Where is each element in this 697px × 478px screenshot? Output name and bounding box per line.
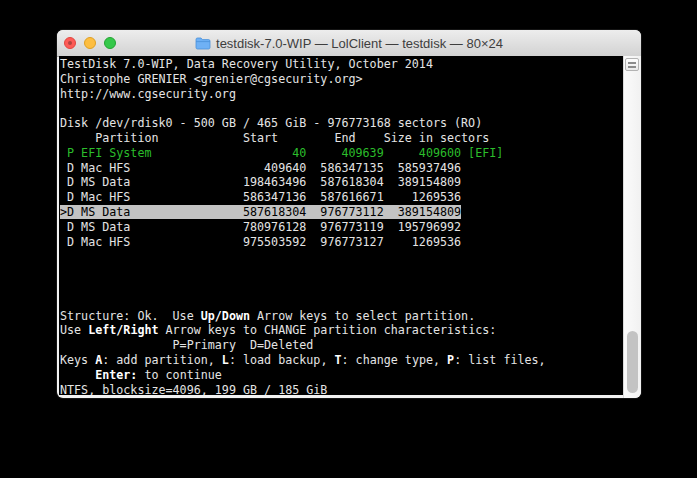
terminal-line: Enter: to continue (60, 368, 623, 383)
partition-row-efi-system[interactable]: P EFI System 40 409639 409600 [EFI] (60, 146, 623, 161)
titlebar[interactable]: testdisk-7.0-WIP — LolClient — testdisk … (57, 30, 641, 57)
terminal-line (60, 294, 623, 309)
terminal-text-segment: Partition Start End Size in sectors (60, 131, 489, 145)
terminal-text-segment: Arrow keys to select partition. (250, 309, 475, 323)
terminal-text-segment: Left/Right (88, 323, 158, 337)
terminal-text-segment: D MS Data 198463496 587618304 389154809 (60, 175, 461, 189)
terminal-text-segment: : list files, (454, 353, 545, 367)
terminal-screen-text: TestDisk 7.0-WIP, Data Recovery Utility,… (59, 56, 623, 395)
terminal-text-segment: Up/Down (201, 309, 250, 323)
terminal-text-segment: T (334, 353, 341, 367)
terminal-text-segment: D MS Data 780976128 976773119 195796992 (60, 220, 461, 234)
terminal-line (60, 279, 623, 294)
terminal-line: Disk /dev/rdisk0 - 500 GB / 465 GiB - 97… (60, 116, 623, 131)
terminal-text-segment: P EFI System 40 409639 409600 [EFI] (60, 146, 503, 160)
terminal-line: Christophe GRENIER <grenier@cgsecurity.o… (60, 72, 623, 87)
terminal-text-segment: TestDisk 7.0-WIP, Data Recovery Utility,… (60, 57, 433, 71)
terminal-text-segment: D Mac HFS 409640 586347135 585937496 (60, 161, 461, 175)
terminal-text-segment: D Mac HFS 586347136 587616671 1269536 (60, 190, 461, 204)
terminal-line: Keys A: add partition, L: load backup, T… (60, 353, 623, 368)
terminal-text-segment: Keys (60, 353, 95, 367)
partition-row-mac-hfs-2[interactable]: D Mac HFS 586347136 587616671 1269536 (60, 190, 623, 205)
status-line-ntfs: NTFS, blocksize=4096, 199 GB / 185 GiB (60, 383, 623, 395)
window-title: testdisk-7.0-WIP — LolClient — testdisk … (216, 36, 503, 51)
terminal-text-segment: NTFS, blocksize=4096, 199 GB / 185 GiB (60, 383, 327, 395)
split-pane-icon (628, 66, 636, 68)
terminal-line (60, 101, 623, 116)
partition-row-ms-data-3[interactable]: D MS Data 780976128 976773119 195796992 (60, 220, 623, 235)
split-pane-icon (628, 62, 636, 64)
terminal-text-segment: : change type, (342, 353, 448, 367)
terminal-text-segment: Disk /dev/rdisk0 - 500 GB / 465 GiB - 97… (60, 116, 482, 130)
scrollbar-thumb[interactable] (627, 331, 638, 393)
terminal-line: TestDisk 7.0-WIP, Data Recovery Utility,… (60, 57, 623, 72)
traffic-lights (64, 30, 116, 56)
selected-partition-text: >D MS Data 587618304 976773112 389154809 (60, 205, 461, 219)
terminal-text-segment: http://www.cgsecurity.org (60, 87, 236, 101)
close-button[interactable] (64, 37, 76, 49)
partition-row-mac-hfs-3[interactable]: D Mac HFS 975503592 976773127 1269536 (60, 235, 623, 250)
terminal-window: testdisk-7.0-WIP — LolClient — testdisk … (57, 30, 641, 398)
terminal-text-segment: Structure: Ok. Use (60, 309, 201, 323)
terminal-screen[interactable]: TestDisk 7.0-WIP, Data Recovery Utility,… (59, 56, 623, 395)
partition-row-ms-data-1[interactable]: D MS Data 198463496 587618304 389154809 (60, 175, 623, 190)
terminal-line: P=Primary D=Deleted (60, 338, 623, 353)
terminal-text-segment: P=Primary D=Deleted (60, 338, 313, 352)
terminal-text-segment: : load backup, (229, 353, 335, 367)
terminal-text-segment: to continue (137, 368, 221, 382)
split-pane-button[interactable] (625, 58, 639, 71)
terminal-text-segment: Use (60, 323, 88, 337)
folder-icon[interactable] (195, 37, 211, 50)
terminal-line (60, 264, 623, 279)
terminal-line: Partition Start End Size in sectors (60, 131, 623, 146)
partition-row-mac-hfs-1[interactable]: D Mac HFS 409640 586347135 585937496 (60, 161, 623, 176)
partition-row-ms-data-selected[interactable]: >D MS Data 587618304 976773112 389154809 (60, 205, 623, 220)
terminal-line (60, 249, 623, 264)
terminal-text-segment: Christophe GRENIER <grenier@cgsecurity.o… (60, 72, 363, 86)
scrollbar-track[interactable] (623, 56, 641, 398)
terminal-text-segment: : add partition, (102, 353, 222, 367)
terminal-text-segment: Enter: (95, 368, 137, 382)
terminal-line: http://www.cgsecurity.org (60, 87, 623, 102)
terminal-text-segment: D Mac HFS 975503592 976773127 1269536 (60, 235, 461, 249)
terminal-line: Use Left/Right Arrow keys to CHANGE part… (60, 323, 623, 338)
terminal-text-segment (60, 368, 95, 382)
terminal-line: Structure: Ok. Use Up/Down Arrow keys to… (60, 309, 623, 324)
minimize-button[interactable] (84, 37, 96, 49)
terminal-text-segment: Arrow keys to CHANGE partition character… (159, 323, 497, 337)
zoom-button[interactable] (104, 37, 116, 49)
terminal-text-segment: L (222, 353, 229, 367)
